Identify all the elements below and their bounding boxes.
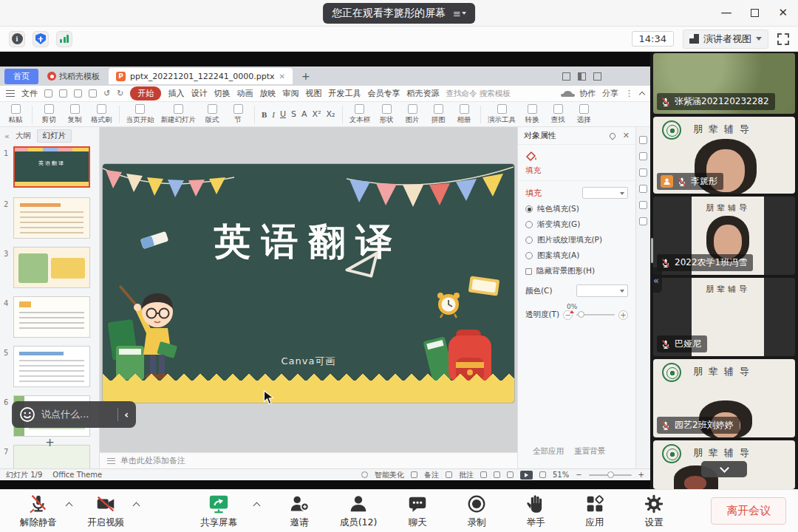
rail-icon-design[interactable] — [639, 168, 647, 177]
fit-slide-icon[interactable] — [539, 471, 546, 478]
comments-button[interactable]: 批注 — [459, 470, 474, 480]
menu-resources[interactable]: 稻壳资源 — [406, 88, 439, 99]
format-painter-button[interactable]: 格式刷 — [91, 104, 112, 125]
bold-button[interactable]: B — [262, 110, 267, 119]
shapes-button[interactable]: 形状 — [377, 104, 396, 125]
slide-thumbnail-2[interactable] — [13, 197, 90, 239]
option-gradient-fill[interactable]: 渐变填充(G) — [525, 219, 628, 230]
more-menu-icon[interactable]: ⋮ — [625, 89, 633, 98]
transparency-plus-button[interactable]: + — [618, 310, 628, 320]
smart-beautify-button[interactable]: 智能美化 — [375, 470, 404, 480]
paste-button[interactable]: 粘贴 — [6, 104, 25, 125]
italic-button[interactable]: I — [272, 110, 275, 119]
new-tab-button[interactable]: + — [296, 70, 316, 82]
tab-slides[interactable]: 幻灯片 — [37, 129, 72, 143]
share-options-caret[interactable] — [253, 502, 261, 510]
quick-chat-overlay[interactable]: 说点什么... ‹ — [12, 401, 136, 428]
participant-tile[interactable]: 朋辈辅导 李篪彤 — [653, 117, 795, 194]
menu-slideshow[interactable]: 放映 — [259, 88, 276, 99]
menu-view[interactable]: 视图 — [305, 88, 321, 99]
option-solid-fill[interactable]: 纯色填充(S) — [525, 204, 628, 214]
slideshow-play-button[interactable] — [520, 471, 533, 480]
puzzle-button[interactable]: 拼图 — [429, 104, 448, 125]
participant-tile[interactable]: 朋辈辅导 — [653, 440, 795, 489]
menu-insert[interactable]: 插入 — [168, 88, 184, 99]
undo-icon[interactable]: ↺ — [103, 89, 110, 98]
fullscreen-button[interactable] — [777, 33, 789, 45]
cloud-sync-icon[interactable] — [563, 91, 573, 97]
fill-section-header[interactable]: 填充 — [525, 188, 542, 199]
participant-tile[interactable]: 朋辈辅导 巴娅尼 — [653, 278, 795, 356]
zoom-out-button[interactable]: − — [576, 471, 582, 479]
notes-toggle-button[interactable]: 备注 — [424, 470, 439, 480]
textbox-button[interactable]: 文本框 — [349, 104, 371, 125]
zoom-percent[interactable]: 51% — [553, 471, 569, 479]
zoom-knob[interactable] — [607, 471, 614, 478]
share-screen-button[interactable]: 共享屏幕 — [191, 493, 247, 529]
sidebar-collapse-handle[interactable]: « — [650, 267, 662, 293]
slide-thumbnail-4[interactable] — [13, 296, 90, 338]
close-panel-icon[interactable]: ✕ — [623, 131, 630, 140]
zoom-in-button[interactable]: + — [638, 471, 644, 479]
theme-name[interactable]: Office Theme — [52, 471, 102, 479]
menu-design[interactable]: 设计 — [191, 88, 207, 99]
picture-button[interactable]: 图片 — [403, 104, 422, 125]
unmute-button[interactable]: 解除静音 — [12, 493, 65, 529]
menu-transition[interactable]: 切换 — [214, 88, 230, 99]
meeting-info-button[interactable]: i — [9, 31, 25, 47]
video-options-caret[interactable] — [133, 502, 140, 510]
sorter-view-icon[interactable] — [494, 471, 500, 478]
close-document-icon[interactable]: ✕ — [279, 72, 285, 81]
menu-start[interactable]: 开始 — [130, 86, 161, 100]
find-button[interactable]: 查找 — [548, 104, 567, 125]
raise-hand-button[interactable]: 举手 — [509, 493, 562, 529]
slide-canvas[interactable]: 英语翻译 — [100, 127, 517, 452]
collapse-panel-icon[interactable]: « — [4, 132, 10, 141]
reset-background-button[interactable]: 重置背景 — [574, 446, 605, 457]
collapse-ribbon-icon[interactable] — [639, 92, 645, 98]
settings-button[interactable]: 设置 — [627, 493, 681, 529]
sidebar-scrollbar[interactable] — [651, 238, 653, 263]
menu-review[interactable]: 审阅 — [282, 88, 299, 99]
save-icon[interactable] — [89, 89, 97, 98]
workspace-icon-3[interactable] — [593, 72, 601, 81]
print-icon[interactable] — [74, 89, 82, 98]
security-button[interactable] — [33, 31, 49, 47]
tab-home[interactable]: 首页 — [4, 69, 38, 84]
share-button[interactable]: 分享 — [602, 88, 618, 99]
demo-tools-button[interactable]: 演示工具 — [488, 104, 516, 125]
chat-button[interactable]: 聊天 — [391, 493, 444, 529]
watching-banner[interactable]: 您正在观看李篪彤的屏幕 ≡ — [323, 3, 475, 24]
participant-tile[interactable]: 朋辈辅导 园艺2班刘婷婷 — [653, 359, 795, 437]
fill-tab-label[interactable]: 填充 — [525, 166, 628, 176]
hamburger-icon[interactable] — [6, 90, 15, 97]
select-button[interactable]: 选择 — [574, 104, 593, 125]
slide-1-chalkboard[interactable]: 英语翻译 — [103, 164, 514, 403]
collaborate-button[interactable]: 协作 — [579, 88, 596, 99]
subscript-button[interactable]: X₂ — [327, 109, 335, 119]
slider-knob[interactable] — [578, 311, 584, 318]
color-dropdown[interactable] — [576, 284, 628, 297]
add-slide-button[interactable]: + — [0, 436, 100, 449]
option-picture-fill[interactable]: 图片或纹理填充(P) — [525, 235, 628, 245]
invite-button[interactable]: 邀请 — [273, 493, 326, 529]
minimize-button[interactable]: — — [720, 6, 732, 19]
new-file-icon[interactable] — [44, 89, 52, 98]
mute-options-caret[interactable] — [66, 502, 73, 510]
emoji-icon[interactable] — [19, 406, 35, 423]
menu-animation[interactable]: 动画 — [236, 88, 253, 99]
start-video-button[interactable]: 开启视频 — [79, 493, 132, 529]
layout-button[interactable]: 版式 — [202, 104, 222, 125]
convert-button[interactable]: 转换 — [522, 104, 542, 125]
menu-file[interactable]: 文件 — [21, 88, 38, 99]
slide-thumbnail-3[interactable] — [13, 247, 90, 288]
rail-icon-help[interactable] — [639, 201, 647, 209]
close-button[interactable]: ✕ — [778, 6, 788, 19]
workspace-icon-1[interactable] — [562, 72, 570, 81]
leave-meeting-button[interactable]: 离开会议 — [711, 497, 786, 525]
banner-menu-icon[interactable]: ≡ — [453, 8, 466, 19]
fill-preset-dropdown[interactable] — [582, 187, 628, 199]
fill-bucket-icon[interactable] — [525, 151, 537, 161]
play-from-page-button[interactable]: 当页开始 — [126, 104, 154, 125]
redo-icon[interactable]: ↻ — [117, 89, 123, 98]
